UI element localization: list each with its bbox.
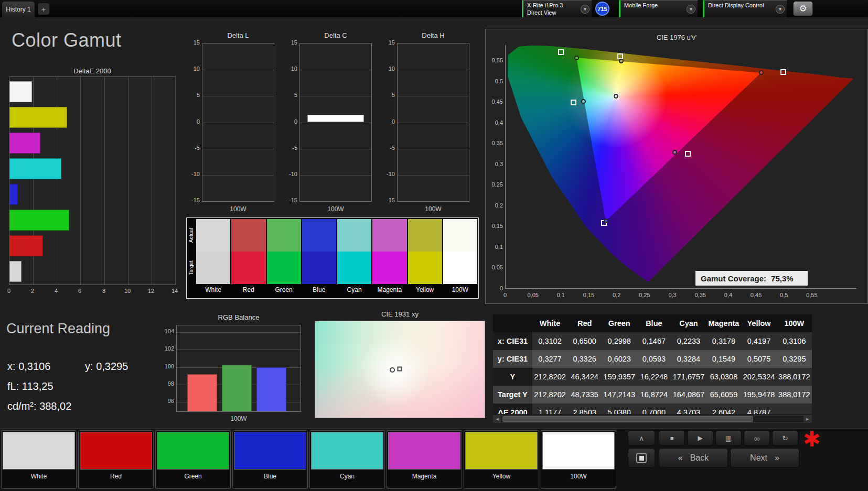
measured-marker-magenta [672,150,677,155]
chevron-down-icon[interactable]: ▼ [776,5,785,14]
gridline [80,77,81,285]
next-button[interactable]: Next » [730,448,799,468]
settings-button[interactable]: ⚙ [793,1,813,16]
patch-button-red[interactable]: Red [78,430,154,489]
play-icon: ▶ [698,434,702,442]
cie-y-tick: 0 [488,285,503,291]
patch-button-green[interactable]: Green [155,430,231,489]
gridline [398,175,469,176]
chevron-up-icon: ∧ [639,434,644,442]
patch-button-white[interactable]: White [1,430,77,489]
delta-h-chart: Delta H 151050-5-10-15 100W [381,31,470,220]
swatch-row-labels: Actual Target [187,218,195,298]
table-cell: 0,3102 [532,332,567,350]
table-cell: 195,9478 [741,386,776,403]
table-cell: 4,3703 [671,403,706,414]
swatch-label: White [196,284,230,297]
patch-label: Red [79,473,153,480]
patch-color [80,432,152,470]
table-cell: 16,2248 [637,368,671,386]
chevron-down-icon[interactable]: ▼ [581,5,590,14]
play-button[interactable]: ▶ [687,430,713,446]
refresh-button[interactable]: ↻ [772,430,798,446]
back-button[interactable]: « Back [659,448,728,468]
target-row-label: Target [187,252,195,284]
deltae-title: DeltaE 2000 [8,67,177,75]
column-header: Yellow [741,314,776,332]
cie-y-tick: 0,15 [488,223,503,229]
gridline [202,123,274,123]
gridline [175,77,176,285]
pattern-source-dropdown[interactable]: Mobile Forge ▼ [619,0,698,17]
gridline [202,149,274,149]
swatch-label: Blue [302,284,336,297]
cie-x-tick: 0,5 [778,292,790,298]
delta-h-plot [397,43,469,202]
scroll-left-button[interactable]: ◀ [494,416,501,422]
table-cell: 0,3178 [706,332,742,350]
rgb-bar-red [187,374,217,411]
collapse-panel-button[interactable]: ∧ [628,430,655,446]
delta-c-title: Delta C [299,31,372,39]
x-tick-label: 0 [3,288,15,294]
stop-button[interactable]: ■ [659,430,685,446]
patch-button-yellow[interactable]: Yellow [464,430,539,489]
patch-button-cyan[interactable]: Cyan [309,430,385,489]
pattern-window-button[interactable] [628,448,655,468]
patch-color [388,432,460,470]
column-header: White [532,314,567,332]
y-tick-label: -15 [284,197,297,203]
cie-y-tick: 0,3 [488,161,503,167]
y-tick-label: -10 [381,171,395,177]
actual-swatch [231,219,265,252]
y-tick-label: -10 [186,171,200,177]
swatch-label: Green [267,284,301,297]
table-cell: 0,3106 [777,332,812,350]
patch-button-100w[interactable]: 100W [541,430,616,489]
target-swatch [337,252,371,284]
table-cell: 164,0867 [671,386,706,403]
patch-button-magenta[interactable]: Magenta [387,430,462,489]
actual-row-label: Actual [187,219,195,252]
target-swatch [231,252,265,284]
table-row: Y212,820246,3424159,935716,2248171,67576… [493,368,812,386]
table-row: x: CIE310,31020,65000,29980,14670,22330,… [493,332,812,350]
table-cell: 0,3284 [671,350,706,368]
table-cell: 0,1467 [637,332,671,350]
table-cell: 0,5075 [741,350,776,368]
y-tick-label: -10 [284,171,297,177]
table-scrollbar[interactable]: ◀ ▶ [493,415,812,423]
patch-label: Magenta [387,473,462,480]
table-cell: 388,0172 [777,368,812,386]
scrollbar-thumb[interactable] [502,416,753,422]
table-cell: 16,8724 [637,386,671,403]
add-tab-button[interactable]: + [38,3,49,15]
y-tick-label: -5 [381,145,395,151]
patch-button-blue[interactable]: Blue [232,430,308,489]
target-white-marker [397,366,402,371]
y-tick-label: 104 [160,328,174,334]
levels-button[interactable]: ▥ [715,430,742,446]
table-cell: 46,3424 [567,368,602,386]
display-control-dropdown[interactable]: Direct Display Control ▼ [703,0,787,17]
table-cell: 65,6059 [706,386,742,403]
meter-dropdown[interactable]: X-Rite i1Pro 3 Direct View ▼ [522,0,592,17]
patch-color [234,432,306,470]
delta-l-plot [202,43,274,202]
cie-y-tick: 0,25 [488,181,503,188]
table-cell: 388,0172 [777,386,812,403]
delta-c-chart: Delta C 151050-5-10-15 100W [284,31,373,220]
cie-y-tick: 0,35 [488,140,503,146]
calman-window: History 1 + X-Rite i1Pro 3 Direct View ▼… [0,0,868,491]
scroll-right-button[interactable]: ▶ [803,416,811,422]
continuous-measure-button[interactable]: ∞ [744,430,770,446]
chevron-down-icon[interactable]: ▼ [687,5,695,14]
y-tick-label: 102 [160,345,174,352]
table-cell: 0,4197 [741,332,776,350]
deltae-bar-magenta [9,133,40,154]
cie-y-tick: 0,55 [488,57,503,63]
history-tab[interactable]: History 1 [2,2,35,17]
pattern-window-icon [636,453,647,463]
deltae-bar-cyan [9,158,61,179]
cie-x-tick: 0,45 [751,292,762,298]
